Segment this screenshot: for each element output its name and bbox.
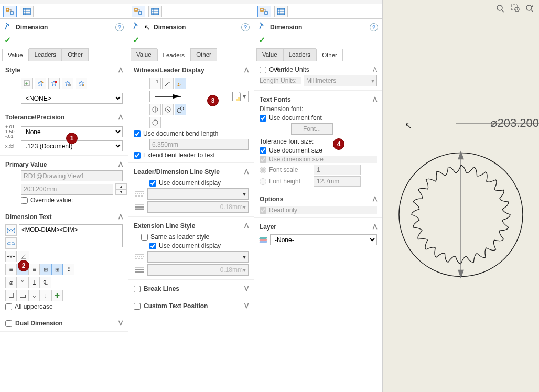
symbol-more-button[interactable]: ✚ xyxy=(51,290,63,301)
svg-rect-0 xyxy=(6,8,9,11)
leader-type2-button[interactable] xyxy=(162,78,174,89)
bendlen-checkbox[interactable] xyxy=(134,130,141,137)
help-icon[interactable]: ? xyxy=(115,23,124,31)
arc-opt1-button[interactable] xyxy=(149,104,161,115)
add-value-button[interactable]: +x+ xyxy=(5,251,17,262)
lds-head[interactable]: Leader/Dimension Line Style ᐱ xyxy=(134,166,249,178)
style-select[interactable]: <NONE> xyxy=(21,93,123,104)
justify-dots-button[interactable]: ⠿ xyxy=(63,264,74,275)
tab-value[interactable]: Value xyxy=(131,48,157,61)
leader-type1-button[interactable] xyxy=(149,78,161,89)
symbol-square-button[interactable]: ☐ xyxy=(5,290,17,301)
link-dim-button[interactable]: ⊂⊃ xyxy=(5,237,17,249)
symbol-degree-button[interactable]: ° xyxy=(17,277,28,288)
prec-icon: x.x̂x̂ xyxy=(5,144,19,149)
style-save-button[interactable] xyxy=(62,78,73,89)
els-weight-value: 0.18mm xyxy=(150,266,243,274)
usedocfont-label: Use document font xyxy=(269,114,322,122)
leader-type3-button[interactable] xyxy=(175,78,186,89)
help-icon[interactable]: ? xyxy=(370,23,378,31)
symbol-surface-button[interactable]: ↓ xyxy=(40,290,51,301)
dual-head[interactable]: Dual Dimension ᐯ xyxy=(5,318,123,329)
extend-checkbox[interactable] xyxy=(134,152,141,159)
tab-other[interactable]: Other xyxy=(316,49,343,61)
layer-head[interactable]: Layer ᐱ xyxy=(260,221,377,233)
primval-label: Primary Value xyxy=(5,161,47,168)
symbol-depth-button[interactable]: ⌴ xyxy=(17,290,28,301)
usedocfont-checkbox[interactable] xyxy=(260,115,266,122)
justify-grid1-button[interactable]: ⊞ xyxy=(40,264,51,275)
dimtext-head[interactable]: Dimension Text ᐱ xyxy=(5,211,123,223)
chevron-up-icon: ᐱ xyxy=(244,168,249,176)
style-add-button[interactable] xyxy=(35,78,46,89)
fonts-head[interactable]: Text Fonts ᐱ xyxy=(260,94,377,105)
override-value-checkbox[interactable] xyxy=(21,197,28,204)
style-remove-button[interactable] xyxy=(48,78,60,89)
dimtext-label: Dimension Text xyxy=(5,213,51,221)
chevron-up-icon: ᐱ xyxy=(118,213,123,221)
tab-value[interactable]: Value xyxy=(256,48,283,61)
justify-left-button[interactable]: ≡ xyxy=(5,264,17,275)
layer-select[interactable]: -None- xyxy=(270,234,377,245)
custom-head[interactable]: Custom Text Position ᐯ xyxy=(134,300,249,312)
link-variable-button[interactable]: (xx) xyxy=(5,224,17,236)
zoom-out-button[interactable] xyxy=(495,3,506,14)
symbol-diameter-button[interactable]: ⌀ xyxy=(5,277,17,288)
tolprec-head[interactable]: Tolerance/Precision ᐱ xyxy=(5,112,123,123)
zoom-previous-button[interactable] xyxy=(524,3,536,14)
svg-rect-10 xyxy=(139,12,142,14)
els-head[interactable]: Extension Line Style ᐱ xyxy=(134,220,249,232)
symbol-centerline-button[interactable]: ℄ xyxy=(40,277,51,288)
svg-point-41 xyxy=(497,5,502,10)
dual-checkbox[interactable] xyxy=(5,320,12,327)
property-tab[interactable] xyxy=(274,6,288,17)
arc-opt3-button[interactable] xyxy=(175,104,186,115)
style-head[interactable]: Style ᐱ xyxy=(5,64,123,76)
override-units-checkbox[interactable] xyxy=(260,67,266,73)
confirm-icon[interactable]: ✓ xyxy=(128,34,254,48)
symbol-pm-button[interactable]: ± xyxy=(28,277,40,288)
arc-opt2-button[interactable] xyxy=(162,104,174,115)
dimension-text-input[interactable]: <MOD-DIAM><DIM> xyxy=(19,224,123,247)
symbol-cbore-button[interactable]: ⌵ xyxy=(28,290,40,301)
primval-head[interactable]: Primary Value ᐱ xyxy=(5,159,123,170)
arrowhead-select[interactable]: ▾ xyxy=(149,91,249,102)
els-same-checkbox[interactable] xyxy=(141,234,148,241)
tab-other[interactable]: Other xyxy=(62,48,89,61)
tab-leaders[interactable]: Leaders xyxy=(157,49,191,61)
help-icon[interactable]: ? xyxy=(241,23,250,31)
usedocsize-checkbox[interactable] xyxy=(260,147,266,154)
usedocsize-label: Use document size xyxy=(269,147,322,154)
zoom-window-button[interactable] xyxy=(510,3,521,14)
chevron-up-icon: ᐱ xyxy=(118,67,123,74)
drawing-viewport[interactable]: ↖ ⌀203.200 xyxy=(383,0,539,392)
tab-value[interactable]: Value xyxy=(2,49,29,61)
els-usedoc-checkbox[interactable] xyxy=(149,243,156,249)
spinner-down[interactable]: ▾ xyxy=(115,189,127,195)
svg-point-45 xyxy=(526,5,532,10)
custom-checkbox[interactable] xyxy=(134,303,141,310)
foreshorten-button[interactable] xyxy=(149,117,161,128)
justify-grid2-button[interactable]: ⊞ xyxy=(51,264,63,275)
lds-usedoc-checkbox[interactable] xyxy=(149,180,156,187)
confirm-icon[interactable]: ✓ xyxy=(0,34,128,48)
tab-leaders[interactable]: Leaders xyxy=(283,48,317,61)
style-browse-button[interactable] xyxy=(76,78,87,89)
wld-head[interactable]: Witness/Leader Display ᐱ xyxy=(134,64,249,76)
feature-tree-tab[interactable] xyxy=(3,6,17,17)
feature-tree-tab[interactable] xyxy=(132,6,145,17)
options-head[interactable]: Options ᐱ xyxy=(260,193,377,205)
spinner-up[interactable]: ▴ xyxy=(115,183,127,189)
property-tab[interactable] xyxy=(20,6,34,17)
property-tab[interactable] xyxy=(148,6,162,17)
chevron-up-icon: ᐱ xyxy=(373,195,377,203)
justify-right-button[interactable]: ≡ xyxy=(28,264,40,275)
break-head[interactable]: Break Lines ᐯ xyxy=(134,283,249,295)
feature-tree-tab[interactable] xyxy=(257,6,271,17)
alluppercase-checkbox[interactable] xyxy=(5,303,12,310)
break-checkbox[interactable] xyxy=(134,286,141,292)
style-load-button[interactable] xyxy=(21,78,33,89)
confirm-icon[interactable]: ✓ xyxy=(254,34,382,48)
tab-leaders[interactable]: Leaders xyxy=(29,48,62,61)
tab-other[interactable]: Other xyxy=(190,48,217,61)
